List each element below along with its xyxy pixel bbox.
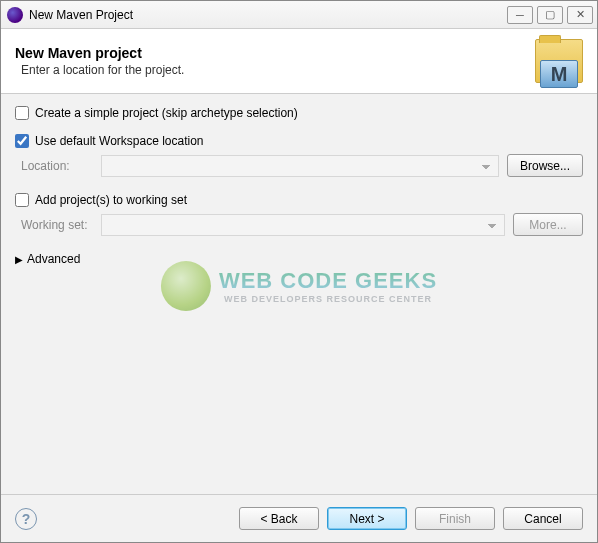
next-button[interactable]: Next > xyxy=(327,507,407,530)
working-set-checkbox-text: Add project(s) to working set xyxy=(35,193,187,207)
cancel-button[interactable]: Cancel xyxy=(503,507,583,530)
maven-folder-icon: M xyxy=(535,39,583,83)
eclipse-icon xyxy=(7,7,23,23)
use-default-checkbox-label[interactable]: Use default Workspace location xyxy=(15,134,204,148)
advanced-toggle[interactable]: ▶ Advanced xyxy=(15,252,583,266)
dialog-footer: ? < Back Next > Finish Cancel xyxy=(1,494,597,542)
location-label: Location: xyxy=(21,159,93,173)
working-set-checkbox-label[interactable]: Add project(s) to working set xyxy=(15,193,187,207)
maven-m-icon: M xyxy=(540,60,578,88)
more-button[interactable]: More... xyxy=(513,213,583,236)
simple-project-checkbox-label[interactable]: Create a simple project (skip archetype … xyxy=(15,106,298,120)
watermark-subtitle: WEB DEVELOPERS RESOURCE CENTER xyxy=(219,294,437,304)
window-title: New Maven Project xyxy=(29,8,133,22)
dialog-header: New Maven project Enter a location for t… xyxy=(1,29,597,94)
simple-project-text: Create a simple project (skip archetype … xyxy=(35,106,298,120)
advanced-label: Advanced xyxy=(27,252,80,266)
globe-icon xyxy=(161,261,211,311)
back-button[interactable]: < Back xyxy=(239,507,319,530)
finish-button[interactable]: Finish xyxy=(415,507,495,530)
use-default-text: Use default Workspace location xyxy=(35,134,204,148)
location-combo[interactable] xyxy=(101,155,499,177)
close-button[interactable]: ✕ xyxy=(567,6,593,24)
minimize-button[interactable]: ─ xyxy=(507,6,533,24)
maximize-button[interactable]: ▢ xyxy=(537,6,563,24)
title-bar: New Maven Project ─ ▢ ✕ xyxy=(1,1,597,29)
watermark-title: WEB CODE GEEKS xyxy=(219,268,437,294)
working-set-checkbox[interactable] xyxy=(15,193,29,207)
dialog-body: Create a simple project (skip archetype … xyxy=(1,94,597,494)
working-set-combo[interactable] xyxy=(101,214,505,236)
help-icon[interactable]: ? xyxy=(15,508,37,530)
use-default-checkbox[interactable] xyxy=(15,134,29,148)
browse-button[interactable]: Browse... xyxy=(507,154,583,177)
watermark: WEB CODE GEEKS WEB DEVELOPERS RESOURCE C… xyxy=(161,261,437,311)
simple-project-checkbox[interactable] xyxy=(15,106,29,120)
chevron-right-icon: ▶ xyxy=(15,254,23,265)
page-subtitle: Enter a location for the project. xyxy=(21,63,535,77)
page-title: New Maven project xyxy=(15,45,535,61)
working-set-label: Working set: xyxy=(21,218,93,232)
dialog-window: New Maven Project ─ ▢ ✕ New Maven projec… xyxy=(0,0,598,543)
